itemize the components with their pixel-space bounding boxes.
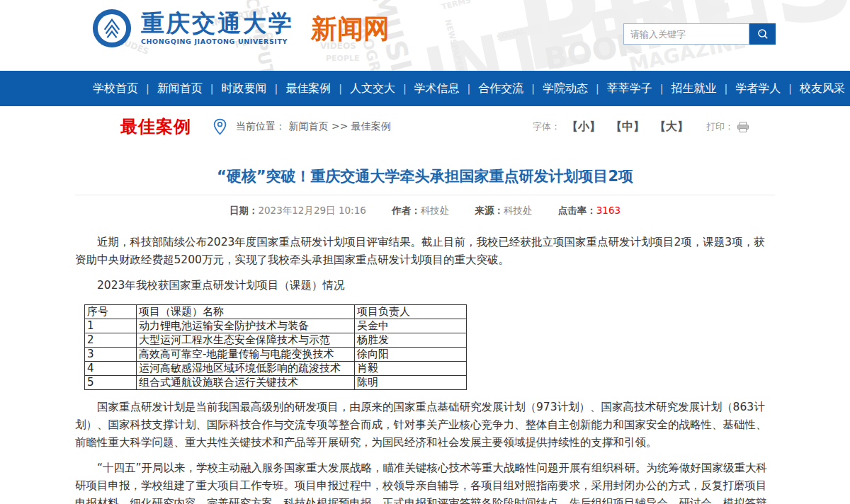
table-row: 5组合式通航设施联合运行关键技术陈明 bbox=[85, 376, 467, 390]
table-cell: 吴金中 bbox=[355, 319, 467, 333]
table-cell: 1 bbox=[85, 319, 137, 333]
watermark-word: NEWSPAPER bbox=[443, 18, 465, 71]
meta-source-value: 科技处 bbox=[504, 205, 533, 216]
print-icon[interactable] bbox=[737, 122, 749, 132]
breadcrumb-path[interactable]: 新闻首页 >> 最佳案例 bbox=[288, 120, 390, 132]
search-bar bbox=[623, 23, 776, 45]
nav-separator: | bbox=[596, 83, 599, 94]
meta-date-value: 2023年12月29日 10:16 bbox=[258, 205, 366, 216]
paragraph: 2023年我校获国家重点研发计划项目（课题）情况 bbox=[75, 277, 775, 294]
projects-table: 序号项目（课题）名称项目负责人 1动力锂电池运输安全防护技术与装备吴金中2大型运… bbox=[84, 304, 467, 390]
nav-item-admissions[interactable]: 招生就业 bbox=[663, 81, 724, 96]
site-header: PRESSINTERNETMUSICBOOKCOMPUTERPROGRAMSMA… bbox=[0, 0, 850, 71]
font-size-medium-button[interactable]: 【中】 bbox=[611, 120, 645, 133]
meta-source: 来源：科技处 bbox=[475, 205, 532, 216]
table-cell: 2 bbox=[85, 333, 137, 348]
font-size-large-button[interactable]: 【大】 bbox=[654, 120, 688, 133]
nav-item-politics[interactable]: 时政要闻 bbox=[213, 81, 274, 96]
table-cell: 徐向阳 bbox=[355, 348, 467, 362]
breadcrumb-bar: 最佳案例 当前位置： 新闻首页 >> 最佳案例 字体： 【小】【中】【大】 打印… bbox=[0, 106, 850, 147]
meta-hits-value: 3163 bbox=[596, 205, 620, 216]
nav-separator: | bbox=[468, 83, 471, 94]
table-cell: 3 bbox=[85, 348, 137, 362]
meta-author-value: 科技处 bbox=[421, 205, 450, 216]
article: “硬核”突破！重庆交通大学牵头承担国家重点研发计划项目2项 日期：2023年12… bbox=[75, 166, 775, 504]
projects-table-body: 1动力锂电池运输安全防护技术与装备吴金中2大型运河工程水生态安全保障技术与示范杨… bbox=[85, 319, 467, 390]
article-meta: 日期：2023年12月29日 10:16 作者：科技处 来源：科技处 点击率：3… bbox=[75, 195, 775, 217]
print-label: 打印： bbox=[706, 120, 734, 133]
location-pin-icon bbox=[212, 118, 227, 136]
nav-separator: | bbox=[531, 83, 535, 94]
meta-hits-label: 点击率： bbox=[558, 205, 596, 216]
nav-item-scholars[interactable]: 学者学人 bbox=[727, 81, 788, 96]
nav-separator: | bbox=[339, 83, 342, 94]
table-header-cell: 序号 bbox=[85, 305, 137, 319]
table-row: 3高效高可靠空-地能量传输与电能变换技术徐向阳 bbox=[85, 348, 467, 362]
nav-separator: | bbox=[146, 83, 149, 94]
table-cell: 动力锂电池运输安全防护技术与装备 bbox=[137, 319, 355, 333]
nav-item-college-news[interactable]: 学院动态 bbox=[535, 81, 596, 96]
font-size-label: 字体： bbox=[533, 120, 560, 133]
table-cell: 4 bbox=[85, 362, 137, 376]
font-size-controls: 【小】【中】【大】 bbox=[562, 120, 693, 134]
table-cell: 5 bbox=[85, 376, 137, 390]
table-cell: 陈明 bbox=[355, 376, 467, 390]
table-row: 4运河高敏感湿地区域环境低影响的疏浚技术肖毅 bbox=[85, 362, 467, 376]
watermark-word: TERMS bbox=[441, 0, 472, 12]
university-name-en: CHONGQING JIAOTONG UNIVERSITY bbox=[141, 38, 294, 45]
meta-hits: 点击率：3163 bbox=[558, 205, 620, 216]
watermark-word: SOCIAL bbox=[496, 27, 526, 42]
nav-item-school-home[interactable]: 学校首页 bbox=[85, 81, 146, 96]
university-seal-icon bbox=[92, 8, 132, 48]
search-button[interactable] bbox=[749, 23, 776, 45]
nav-item-cooperation[interactable]: 合作交流 bbox=[470, 81, 531, 96]
search-input[interactable] bbox=[623, 23, 749, 45]
article-body: 近期，科技部陆续公布2023年度国家重点研发计划项目评审结果。截止目前，我校已经… bbox=[75, 234, 775, 504]
breadcrumb-location-label: 当前位置： bbox=[236, 120, 285, 132]
meta-author: 作者：科技处 bbox=[392, 205, 449, 216]
breadcrumb: 当前位置： 新闻首页 >> 最佳案例 bbox=[236, 120, 391, 133]
table-cell: 肖毅 bbox=[355, 362, 467, 376]
table-cell: 杨胜发 bbox=[355, 333, 467, 348]
nav-item-best-cases[interactable]: 最佳案例 bbox=[278, 81, 339, 96]
paragraph: “十四五”开局以来，学校主动融入服务国家重大发展战略，瞄准关键核心技术等重大战略… bbox=[75, 459, 775, 504]
table-row: 2大型运河工程水生态安全保障技术与示范杨胜发 bbox=[85, 333, 467, 348]
table-cell: 大型运河工程水生态安全保障技术与示范 bbox=[137, 333, 355, 348]
paragraph: 国家重点研发计划是当前我国最高级别的研发项目，由原来的国家重点基础研究发展计划（… bbox=[75, 399, 775, 452]
main-nav: 学校首页|新闻首页|时政要闻|最佳案例|人文交大|学术信息|合作交流|学院动态|… bbox=[0, 71, 850, 106]
projects-table-header-row: 序号项目（课题）名称项目负责人 bbox=[85, 305, 467, 319]
table-cell: 高效高可靠空-地能量传输与电能变换技术 bbox=[137, 348, 355, 362]
nav-separator: | bbox=[210, 83, 214, 94]
university-name-zh: 重庆交通大学 bbox=[141, 11, 294, 36]
meta-date-label: 日期： bbox=[230, 205, 259, 216]
nav-item-news-home[interactable]: 新闻首页 bbox=[149, 81, 210, 96]
nav-item-humanities[interactable]: 人文交大 bbox=[342, 81, 403, 96]
section-title: 最佳案例 bbox=[120, 115, 191, 138]
table-cell: 运河高敏感湿地区域环境低影响的疏浚技术 bbox=[137, 362, 355, 376]
meta-source-label: 来源： bbox=[475, 205, 504, 216]
search-icon bbox=[756, 28, 769, 40]
nav-item-students[interactable]: 莘莘学子 bbox=[599, 81, 660, 96]
watermark-word: PEOPLE bbox=[326, 54, 360, 63]
nav-separator: | bbox=[403, 83, 407, 94]
nav-separator: | bbox=[724, 83, 727, 94]
meta-date: 日期：2023年12月29日 10:16 bbox=[230, 205, 366, 216]
article-title: “硬核”突破！重庆交通大学牵头承担国家重点研发计划项目2项 bbox=[75, 166, 775, 186]
nav-separator: | bbox=[660, 83, 664, 94]
nav-separator: | bbox=[274, 83, 278, 94]
nav-item-alumni[interactable]: 校友风采 bbox=[792, 81, 850, 96]
paragraph: 近期，科技部陆续公布2023年度国家重点研发计划项目评审结果。截止目前，我校已经… bbox=[75, 234, 775, 269]
nav-separator: | bbox=[788, 83, 792, 94]
site-name: 新闻网 bbox=[311, 11, 390, 47]
table-cell: 组合式通航设施联合运行关键技术 bbox=[137, 376, 355, 390]
font-size-small-button[interactable]: 【小】 bbox=[567, 120, 601, 133]
page-tools: 字体： 【小】【中】【大】 打印： bbox=[533, 106, 749, 147]
university-name: 重庆交通大学 CHONGQING JIAOTONG UNIVERSITY bbox=[141, 11, 294, 46]
nav-item-academic[interactable]: 学术信息 bbox=[407, 81, 468, 96]
meta-author-label: 作者： bbox=[392, 205, 421, 216]
table-header-cell: 项目（课题）名称 bbox=[137, 305, 355, 319]
university-logo[interactable]: 重庆交通大学 CHONGQING JIAOTONG UNIVERSITY 新闻网 bbox=[92, 8, 390, 48]
table-row: 1动力锂电池运输安全防护技术与装备吴金中 bbox=[85, 319, 467, 333]
table-header-cell: 项目负责人 bbox=[355, 305, 467, 319]
